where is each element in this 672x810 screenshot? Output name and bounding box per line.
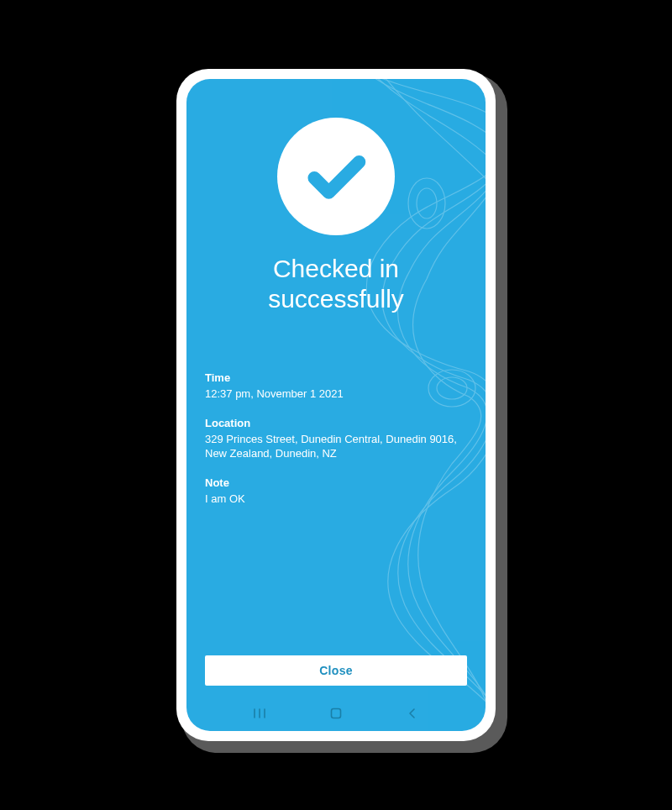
time-block: Time 12:37 pm, November 1 2021 bbox=[205, 371, 467, 402]
content-area: Checked in successfully Time 12:37 pm, N… bbox=[186, 79, 486, 655]
svg-rect-7 bbox=[331, 709, 340, 718]
page-title: Checked in successfully bbox=[227, 254, 445, 314]
note-block: Note I am OK bbox=[205, 476, 467, 507]
location-block: Location 329 Princes Street, Dunedin Cen… bbox=[205, 417, 467, 461]
recent-apps-icon[interactable] bbox=[251, 705, 268, 722]
location-label: Location bbox=[205, 417, 467, 429]
back-icon[interactable] bbox=[404, 705, 421, 722]
android-nav-bar bbox=[186, 699, 486, 731]
checkmark-icon bbox=[277, 118, 395, 235]
note-value: I am OK bbox=[205, 492, 467, 507]
hero-section: Checked in successfully bbox=[205, 79, 467, 314]
time-label: Time bbox=[205, 371, 467, 384]
location-value: 329 Princes Street, Dunedin Central, Dun… bbox=[205, 432, 467, 461]
screen: Checked in successfully Time 12:37 pm, N… bbox=[186, 79, 486, 731]
details-section: Time 12:37 pm, November 1 2021 Location … bbox=[205, 371, 467, 521]
time-value: 12:37 pm, November 1 2021 bbox=[205, 387, 467, 402]
phone-frame: Checked in successfully Time 12:37 pm, N… bbox=[176, 69, 496, 741]
button-area: Close bbox=[186, 655, 486, 699]
close-button[interactable]: Close bbox=[205, 655, 467, 686]
home-icon[interactable] bbox=[328, 705, 344, 722]
note-label: Note bbox=[205, 476, 467, 489]
